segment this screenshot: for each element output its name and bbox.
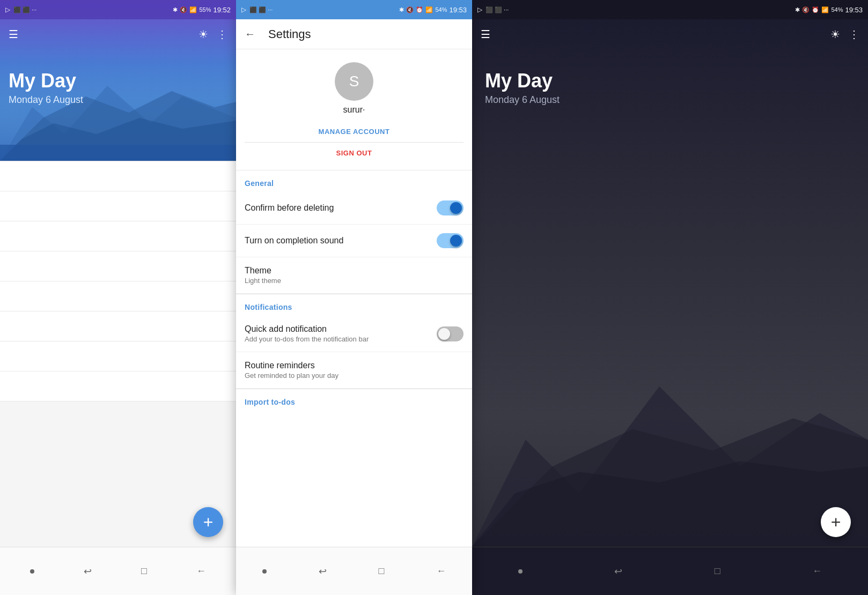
settings-panel: ▷ ⬛ ⬛ ··· ✱ 🔇 ⏰ 📶 54% 19:53 ← Settings S… bbox=[236, 0, 472, 595]
completion-sound-toggle[interactable] bbox=[437, 233, 464, 248]
theme-item[interactable]: Theme Light theme bbox=[236, 257, 472, 294]
left-more-icon[interactable]: ⋮ bbox=[217, 28, 227, 41]
quick-add-notification-toggle[interactable] bbox=[437, 326, 464, 341]
completion-sound-text: Turn on completion sound bbox=[245, 236, 437, 246]
settings-alarm-icon: ⏰ bbox=[416, 6, 423, 13]
settings-body[interactable]: S surur· MANAGE ACCOUNT SIGN OUT General… bbox=[236, 49, 472, 547]
settings-time: 19:53 bbox=[449, 6, 467, 14]
left-brightness-icon[interactable]: ☀ bbox=[198, 28, 208, 41]
right-mountain-svg bbox=[472, 333, 868, 547]
right-myday-title: My Day bbox=[485, 70, 855, 92]
theme-label: Theme bbox=[245, 266, 464, 276]
left-status-bar: ▷ ⬛ ⬛ ··· ✱ 🔇 📶 55% 19:52 bbox=[0, 0, 236, 19]
quick-add-notification-label: Quick add notification bbox=[245, 324, 437, 334]
routine-reminders-sublabel: Get reminded to plan your day bbox=[245, 371, 464, 380]
right-panel: ▷ ⬛ ⬛ ··· ✱ 🔇 ⏰ 📶 54% 19:53 ☰ ☀ ⋮ My Day… bbox=[472, 0, 868, 595]
back-button[interactable]: ← bbox=[245, 28, 255, 40]
svg-rect-3 bbox=[0, 145, 236, 161]
list-item bbox=[0, 281, 236, 311]
right-top-bar: ☰ ☀ ⋮ bbox=[472, 19, 868, 49]
toggle-thumb-2 bbox=[450, 235, 462, 247]
list-item bbox=[0, 341, 236, 371]
left-myday-title: My Day bbox=[9, 70, 227, 92]
right-nav-square[interactable]: □ bbox=[715, 566, 720, 577]
left-play-icon: ▷ bbox=[5, 6, 10, 13]
import-section: Import to-dos bbox=[236, 389, 472, 411]
theme-sublabel: Light theme bbox=[245, 277, 464, 285]
quick-add-notification-text: Quick add notification Add your to-dos f… bbox=[245, 324, 437, 343]
left-content-area bbox=[0, 161, 236, 547]
settings-mute-icon: 🔇 bbox=[406, 6, 414, 13]
right-brightness-icon[interactable]: ☀ bbox=[830, 28, 840, 41]
left-mute-icon: 🔇 bbox=[180, 6, 187, 13]
left-myday-section: My Day Monday 6 August bbox=[0, 70, 236, 106]
toggle-thumb-3 bbox=[438, 328, 450, 340]
completion-sound-item[interactable]: Turn on completion sound bbox=[236, 225, 472, 257]
avatar: S bbox=[335, 62, 373, 101]
left-fab-button[interactable]: + bbox=[193, 507, 223, 537]
right-battery: 54% bbox=[831, 6, 843, 13]
account-name: surur· bbox=[343, 105, 365, 115]
right-menu-icon[interactable]: ☰ bbox=[481, 28, 490, 41]
settings-bluetooth-icon: ✱ bbox=[399, 6, 404, 13]
right-nav-dot bbox=[518, 569, 523, 574]
left-nav-back[interactable]: ← bbox=[196, 566, 206, 577]
routine-reminders-text: Routine reminders Get reminded to plan y… bbox=[245, 361, 464, 380]
completion-sound-label: Turn on completion sound bbox=[245, 236, 437, 246]
routine-reminders-item[interactable]: Routine reminders Get reminded to plan y… bbox=[236, 352, 472, 389]
left-nav-square[interactable]: □ bbox=[141, 566, 147, 577]
notifications-section-header: Notifications bbox=[236, 294, 472, 316]
right-alarm-icon: ⏰ bbox=[812, 6, 819, 13]
right-nav-back[interactable]: ← bbox=[812, 566, 822, 577]
left-top-bar: ☰ ☀ ⋮ bbox=[0, 19, 236, 49]
account-section: S surur· MANAGE ACCOUNT SIGN OUT bbox=[236, 49, 472, 170]
settings-nav-recent[interactable]: ↩ bbox=[319, 566, 327, 577]
settings-icons: ⬛ ⬛ ··· bbox=[249, 6, 273, 13]
right-nav-recent[interactable]: ↩ bbox=[614, 566, 622, 577]
manage-account-button[interactable]: MANAGE ACCOUNT bbox=[319, 123, 390, 140]
settings-header: ← Settings bbox=[236, 19, 472, 49]
signout-button[interactable]: SIGN OUT bbox=[336, 145, 372, 161]
list-item bbox=[0, 191, 236, 221]
import-section-header: Import to-dos bbox=[236, 389, 472, 411]
left-nav-dot bbox=[30, 569, 34, 574]
confirm-before-deleting-toggle[interactable] bbox=[437, 200, 464, 215]
left-bluetooth-icon: ✱ bbox=[173, 6, 178, 13]
right-play-icon: ▷ bbox=[477, 6, 482, 13]
list-item bbox=[0, 311, 236, 341]
settings-bottom-nav: ↩ □ ← bbox=[236, 547, 472, 595]
settings-status-bar: ▷ ⬛ ⬛ ··· ✱ 🔇 ⏰ 📶 54% 19:53 bbox=[236, 0, 472, 19]
left-icons: ⬛ ⬛ ··· bbox=[13, 6, 36, 13]
left-panel: ▷ ⬛ ⬛ ··· ✱ 🔇 📶 55% 19:52 ☰ ☀ ⋮ My Day M… bbox=[0, 0, 236, 595]
general-section: General Confirm before deleting Turn on … bbox=[236, 170, 472, 294]
confirm-before-deleting-item[interactable]: Confirm before deleting bbox=[236, 192, 472, 225]
confirm-before-deleting-label: Confirm before deleting bbox=[245, 203, 437, 213]
settings-status-right: ✱ 🔇 ⏰ 📶 54% 19:53 bbox=[399, 6, 467, 14]
routine-reminders-label: Routine reminders bbox=[245, 361, 464, 370]
left-status-right: ✱ 🔇 📶 55% 19:52 bbox=[173, 6, 231, 14]
left-time: 19:52 bbox=[213, 6, 231, 14]
right-myday-date: Monday 6 August bbox=[485, 94, 855, 106]
settings-status-icons-left: ▷ ⬛ ⬛ ··· bbox=[241, 6, 273, 13]
right-mute-icon: 🔇 bbox=[802, 6, 810, 13]
list-item bbox=[0, 221, 236, 251]
right-icons: ⬛ ⬛ ··· bbox=[486, 6, 509, 13]
settings-battery: 54% bbox=[435, 6, 447, 13]
toggle-thumb bbox=[450, 202, 462, 214]
notifications-section: Notifications Quick add notification Add… bbox=[236, 294, 472, 389]
settings-nav-square[interactable]: □ bbox=[379, 566, 385, 577]
right-status-right: ✱ 🔇 ⏰ 📶 54% 19:53 bbox=[795, 6, 863, 14]
right-fab-button[interactable]: + bbox=[821, 507, 851, 537]
right-more-icon[interactable]: ⋮ bbox=[849, 28, 859, 41]
general-section-header: General bbox=[236, 170, 472, 192]
left-status-icons: ▷ ⬛ ⬛ ··· bbox=[5, 6, 36, 13]
quick-add-notification-sublabel: Add your to-dos from the notification ba… bbox=[245, 335, 437, 343]
settings-nav-back[interactable]: ← bbox=[436, 566, 446, 577]
settings-wifi-icon: 📶 bbox=[425, 6, 433, 13]
quick-add-notification-item[interactable]: Quick add notification Add your to-dos f… bbox=[236, 316, 472, 352]
settings-title: Settings bbox=[268, 27, 311, 41]
left-nav-recent[interactable]: ↩ bbox=[84, 566, 92, 577]
left-menu-icon[interactable]: ☰ bbox=[9, 28, 18, 41]
list-item bbox=[0, 371, 236, 401]
left-bottom-nav: ↩ □ ← bbox=[0, 547, 236, 595]
